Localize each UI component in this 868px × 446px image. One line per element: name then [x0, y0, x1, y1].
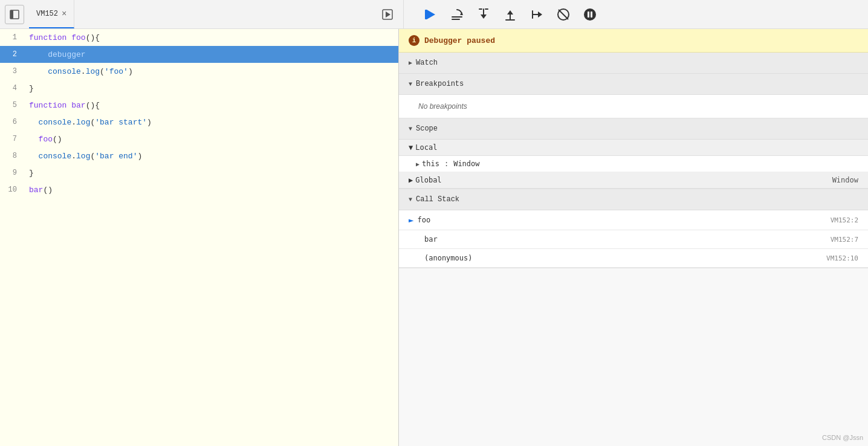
no-breakpoints-text: No breakpoints — [399, 95, 868, 118]
step-out-icon — [503, 7, 517, 22]
code-line-3: 3 console.log('foo') — [0, 63, 398, 80]
tab-bar: VM152 × — [29, 0, 379, 28]
call-stack-loc-foo: VM152:2 — [831, 216, 858, 224]
global-arrow-icon: ▶ — [409, 176, 413, 184]
deactivate-breakpoints-button[interactable] — [556, 7, 571, 22]
call-stack-loc-bar: VM152:7 — [831, 236, 858, 244]
breakpoints-label: Breakpoints — [416, 80, 464, 88]
step-over-icon — [450, 7, 464, 22]
local-scope-header[interactable]: ▼ Local — [399, 140, 868, 156]
call-stack-fn-name-anonymous: (anonymous) — [424, 254, 472, 262]
toolbar: VM152 × — [0, 0, 868, 29]
svg-rect-23 — [591, 11, 592, 18]
breakpoints-section-header[interactable]: ▼ Breakpoints — [399, 74, 868, 95]
svg-rect-1 — [10, 10, 13, 19]
line-number-1: 1 — [0, 29, 24, 46]
call-stack-item-anonymous[interactable]: (anonymous) VM152:10 — [399, 249, 868, 268]
step-into-icon — [476, 7, 491, 22]
call-stack-item-bar[interactable]: bar VM152:7 — [399, 230, 868, 249]
tab-close-button[interactable]: × — [62, 10, 66, 18]
step-into-button[interactable] — [476, 7, 491, 22]
line-number-7: 7 — [0, 131, 24, 147]
call-stack-fn-name-bar: bar — [424, 235, 438, 244]
line-code-5: function bar(){ — [24, 97, 398, 114]
watch-arrow-icon: ▶ — [409, 59, 412, 66]
svg-line-20 — [559, 10, 568, 19]
line-number-5: 5 — [0, 97, 24, 114]
scope-arrow-icon: ▼ — [409, 126, 412, 132]
colon-separator: : — [444, 160, 449, 168]
svg-marker-3 — [386, 11, 390, 18]
active-frame-icon: ► — [409, 215, 413, 225]
svg-point-21 — [584, 8, 596, 21]
debug-controls — [413, 7, 607, 22]
collapse-icon — [10, 10, 19, 19]
line-number-6: 6 — [0, 114, 24, 131]
main-content: 1 function foo(){ 2 debugger 3 console.l… — [0, 29, 868, 446]
scope-content: ▼ Local ▶ this : Window ▶ Global Window — [399, 140, 868, 189]
global-scope-label: Global — [415, 176, 441, 184]
this-scope-item[interactable]: ▶ this : Window — [399, 156, 868, 172]
line-number-4: 4 — [0, 80, 24, 97]
code-panel[interactable]: 1 function foo(){ 2 debugger 3 console.l… — [0, 29, 399, 446]
deactivate-icon — [556, 7, 571, 22]
resume-button[interactable] — [423, 7, 438, 22]
line-number-3: 3 — [0, 63, 24, 80]
code-line-2: 2 debugger — [0, 46, 398, 63]
breakpoints-content: No breakpoints — [399, 95, 868, 118]
line-number-9: 9 — [0, 164, 24, 181]
line-code-6: console.log('bar start') — [24, 114, 398, 131]
tab-vm152[interactable]: VM152 × — [29, 0, 74, 28]
global-scope-header[interactable]: ▶ Global Window — [399, 172, 868, 189]
call-stack-loc-anonymous: VM152:10 — [826, 254, 858, 262]
code-line-4: 4 } — [0, 80, 398, 97]
line-code-4: } — [24, 80, 398, 97]
svg-marker-10 — [481, 15, 487, 19]
line-code-7: foo() — [24, 131, 398, 147]
svg-rect-22 — [588, 11, 589, 18]
line-number-10: 10 — [0, 181, 24, 198]
line-code-8: console.log('bar end') — [24, 147, 398, 164]
call-stack-content: ► foo VM152:2 bar VM152:7 (anonymous) — [399, 210, 868, 268]
line-code-3: console.log('foo') — [24, 63, 398, 80]
code-line-5: 5 function bar(){ — [0, 97, 398, 114]
step-icon — [530, 7, 544, 22]
step-over-button[interactable] — [450, 7, 464, 22]
line-code-1: function foo(){ — [24, 29, 398, 46]
debugger-paused-banner: i Debugger paused — [399, 29, 868, 53]
watch-section-header[interactable]: ▶ Watch — [399, 53, 868, 74]
call-stack-fn-bar: bar — [409, 235, 438, 244]
expand-this-icon: ▶ — [416, 161, 419, 167]
code-line-8: 8 console.log('bar end') — [0, 147, 398, 164]
pause-icon — [583, 7, 597, 22]
code-line-9: 9 } — [0, 164, 398, 181]
code-line-7: 7 foo() — [0, 131, 398, 147]
scope-section-header[interactable]: ▼ Scope — [399, 118, 868, 140]
call-stack-fn-name-foo: foo — [417, 216, 430, 224]
run-snippet-icon — [382, 9, 393, 20]
toolbar-left: VM152 × — [5, 0, 404, 28]
step-button[interactable] — [530, 7, 544, 22]
watch-label: Watch — [416, 59, 438, 67]
tab-label: VM152 — [36, 10, 58, 18]
svg-rect-5 — [425, 10, 427, 19]
code-lines: 1 function foo(){ 2 debugger 3 console.l… — [0, 29, 398, 198]
global-scope-value: Window — [832, 176, 858, 184]
svg-marker-4 — [427, 10, 435, 19]
step-out-button[interactable] — [503, 7, 517, 22]
debugger-paused-text: Debugger paused — [424, 36, 495, 45]
svg-marker-17 — [538, 11, 542, 18]
this-key: this — [422, 160, 439, 168]
line-number-2: 2 — [0, 46, 24, 63]
collapse-panel-button[interactable] — [5, 5, 24, 24]
local-arrow-icon: ▼ — [409, 143, 413, 152]
breakpoints-arrow-icon: ▼ — [409, 81, 412, 88]
this-val: Window — [453, 160, 479, 168]
call-stack-item-foo[interactable]: ► foo VM152:2 — [399, 210, 868, 230]
code-line-1: 1 function foo(){ — [0, 29, 398, 46]
run-snippet-button[interactable] — [379, 6, 396, 23]
call-stack-label: Call Stack — [416, 195, 459, 204]
call-stack-fn-foo: ► foo — [409, 215, 430, 225]
call-stack-section-header[interactable]: ▼ Call Stack — [399, 189, 868, 210]
pause-on-exceptions-button[interactable] — [583, 7, 597, 22]
